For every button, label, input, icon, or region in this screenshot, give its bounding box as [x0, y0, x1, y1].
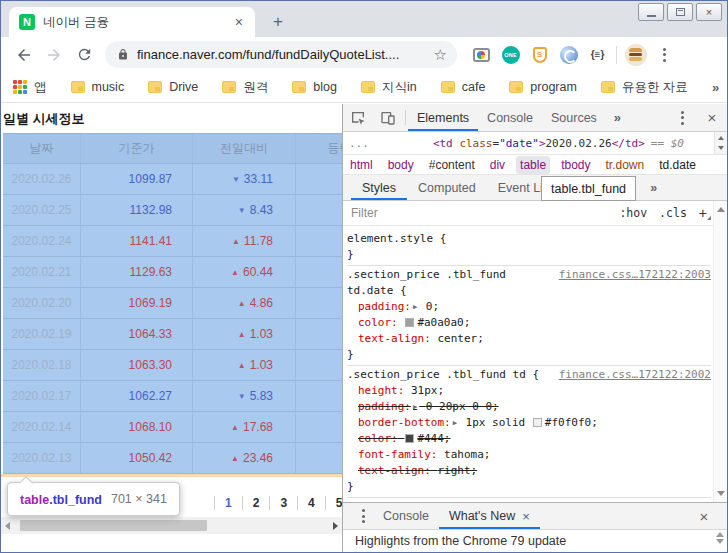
breadcrumb-body[interactable]: body — [388, 158, 414, 172]
bookmarks-overflow-chevron[interactable]: » — [712, 80, 719, 95]
breadcrumb-div[interactable]: div — [490, 158, 505, 172]
tab-computed[interactable]: Computed — [407, 175, 487, 200]
stylesheet-link[interactable]: finance.css…172122:2002 — [559, 367, 711, 383]
page-number-5[interactable]: 5 — [325, 496, 342, 510]
css-rule-tbl-fund-td[interactable]: finance.css…172122:1652.tbl_fund td { — [347, 498, 711, 502]
drawer-tab-whats-new[interactable]: What's New× — [439, 503, 540, 529]
tab-close-icon[interactable]: × — [231, 14, 247, 30]
apps-shortcut[interactable]: 앱 — [13, 79, 47, 96]
toggle-class[interactable]: .cls — [659, 206, 687, 220]
chrome-menu-button[interactable] — [650, 41, 679, 69]
tab-sources[interactable]: Sources — [542, 104, 606, 131]
extension-swirl-icon[interactable] — [554, 41, 583, 69]
color-swatch[interactable] — [533, 418, 542, 427]
tab-elements[interactable]: Elements — [408, 104, 478, 131]
tab-console[interactable]: Console — [478, 104, 542, 131]
drawer-close-button[interactable]: × — [689, 503, 719, 529]
drawer-tab-console[interactable]: Console — [373, 503, 439, 529]
three-dots-icon — [362, 509, 365, 523]
scroll-right-arrow-icon[interactable] — [333, 522, 338, 530]
url-text[interactable]: finance.naver.com/fund/fundDailyQuoteLis… — [137, 47, 428, 62]
color-swatch[interactable] — [405, 434, 414, 443]
table-row: 2020.02.201069.19▲4.86 — [3, 288, 342, 319]
styles-pane: :hov .cls + element.style { } finance.cs… — [343, 201, 727, 502]
bookmark-folder[interactable]: cafe — [441, 80, 486, 94]
scroll-left-arrow-icon[interactable] — [5, 522, 10, 530]
tab-styles[interactable]: Styles — [351, 175, 407, 200]
minimize-button[interactable] — [638, 3, 664, 21]
table-row: 2020.02.241141.41▲11.78 — [3, 226, 342, 257]
page-number-1[interactable]: 1 — [214, 496, 242, 510]
breadcrumb-td-date[interactable]: td.date — [659, 158, 696, 172]
page-number-3[interactable]: 3 — [269, 496, 297, 510]
bookmark-folder[interactable]: 원격 — [222, 79, 268, 96]
bookmark-folder[interactable]: Drive — [148, 80, 198, 94]
back-button[interactable] — [9, 41, 39, 69]
extension-shield-icon[interactable]: S — [525, 41, 554, 69]
page-number-2[interactable]: 2 — [242, 496, 270, 510]
scroll-up-arrow-icon — [716, 532, 724, 537]
drawer-menu-button[interactable] — [353, 503, 373, 529]
scroll-down-arrow-icon[interactable] — [717, 491, 725, 496]
extension-json-icon[interactable]: {≡} — [583, 41, 612, 69]
forward-button[interactable] — [39, 41, 69, 69]
dom-scrollbar[interactable] — [714, 132, 727, 154]
breadcrumb-tbody[interactable]: tbody — [561, 158, 590, 172]
url-bar[interactable]: finance.naver.com/fund/fundDailyQuoteLis… — [105, 41, 457, 68]
stylesheet-link[interactable]: finance.css…172122:1652 — [559, 499, 711, 502]
up-arrow-icon: ▲ — [231, 423, 239, 432]
inspect-element-button[interactable] — [343, 104, 373, 131]
profile-avatar[interactable] — [621, 41, 650, 69]
drawer-scrollbar[interactable] — [716, 532, 724, 544]
maximize-button[interactable] — [667, 3, 693, 21]
reload-button[interactable] — [69, 41, 99, 69]
horizontal-scrollbar[interactable] — [1, 517, 342, 534]
css-rule-element-style[interactable]: element.style { } — [347, 230, 711, 266]
close-window-button[interactable]: × — [696, 3, 722, 21]
more-sidebar-tabs-chevron[interactable]: » — [639, 175, 668, 200]
folder-icon — [509, 81, 523, 93]
breadcrumb-tr-down[interactable]: tr.down — [605, 158, 644, 172]
scroll-up-arrow-icon[interactable] — [717, 207, 725, 212]
table-row: 2020.02.181063.30▲1.03 — [3, 350, 342, 381]
bookmark-star-icon[interactable]: ☆ — [434, 46, 447, 64]
folder-icon — [71, 81, 85, 93]
collapsed-nodes-ellipsis[interactable]: ... — [349, 137, 369, 150]
toolbar-separator — [405, 110, 406, 125]
dom-tree-selected-node[interactable]: ... <td class="date">2020.02.26</td>== $… — [343, 132, 727, 154]
scroll-up-arrow-icon — [718, 136, 724, 140]
new-tab-button[interactable]: + — [265, 9, 291, 35]
stylesheet-link[interactable]: finance.css…172122:2003 — [559, 267, 711, 283]
breadcrumb-table[interactable]: table — [516, 156, 550, 174]
bookmark-folder[interactable]: music — [71, 80, 125, 94]
pagination: 1 2 3 4 5 — [214, 496, 342, 510]
close-tab-icon[interactable]: × — [522, 509, 530, 524]
burger-avatar-icon — [625, 44, 647, 66]
bookmark-folder[interactable]: program — [509, 80, 577, 94]
toggle-hover-state[interactable]: :hov — [619, 206, 647, 220]
styles-filter-input[interactable] — [343, 206, 619, 220]
styles-scrollbar[interactable] — [713, 201, 727, 502]
more-tabs-chevron[interactable]: » — [606, 104, 629, 131]
new-style-rule-button[interactable]: + — [699, 205, 707, 221]
device-toolbar-button[interactable] — [373, 104, 403, 131]
up-arrow-icon: ▲ — [232, 237, 240, 246]
devtools-close-button[interactable]: × — [697, 104, 727, 131]
folder-icon — [292, 81, 306, 93]
folder-icon — [222, 81, 236, 93]
devtools-menu-button[interactable] — [667, 104, 697, 131]
extension-one-icon[interactable]: ONE — [496, 41, 525, 69]
breadcrumb-content[interactable]: #content — [429, 158, 475, 172]
page-number-4[interactable]: 4 — [297, 496, 325, 510]
browser-tab[interactable]: N 네이버 금융 × — [9, 7, 255, 37]
bookmark-folder[interactable]: 지식in — [361, 79, 417, 96]
extension-photos-icon[interactable] — [467, 41, 496, 69]
scrollbar-thumb[interactable] — [20, 520, 207, 531]
bookmark-folder[interactable]: blog — [292, 80, 337, 94]
bookmark-folder[interactable]: 유용한 자료 — [601, 79, 688, 96]
three-dots-icon — [681, 111, 684, 125]
css-rule-td[interactable]: finance.css…172122:2002.section_price .t… — [347, 366, 711, 498]
breadcrumb-html[interactable]: html — [350, 158, 373, 172]
css-rule-td-date[interactable]: finance.css…172122:2003.section_price .t… — [347, 266, 711, 366]
color-swatch[interactable] — [405, 318, 414, 327]
